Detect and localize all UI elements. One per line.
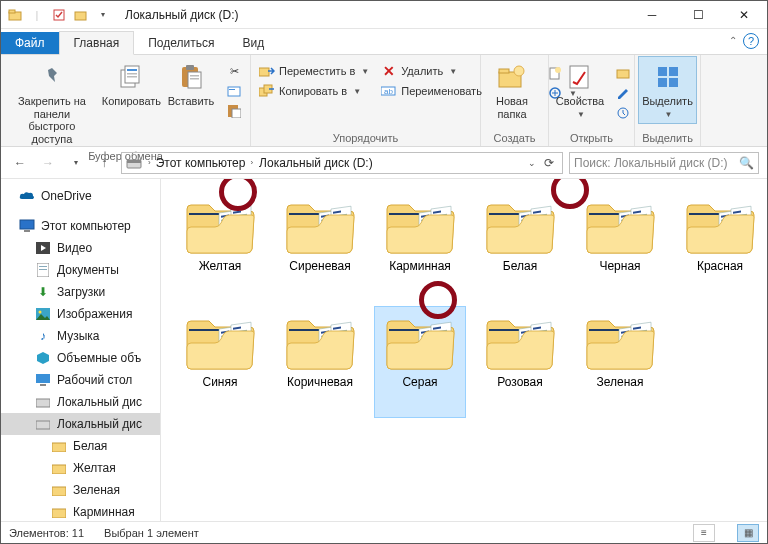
ribbon-tabs: Файл Главная Поделиться Вид ⌃ ? [1, 29, 767, 55]
address-box[interactable]: ›Этот компьютер› Локальный диск (D:) ⌄ ⟳ [121, 152, 563, 174]
folder-item[interactable]: Синяя [175, 307, 265, 417]
folder-label: Белая [503, 259, 537, 273]
folder-item[interactable]: Серая [375, 307, 465, 417]
nav-f4[interactable]: Карминная [1, 501, 160, 521]
crumb-thispc[interactable]: Этот компьютер [156, 156, 246, 170]
folder-item[interactable]: Белая [475, 191, 565, 301]
nav-f3[interactable]: Зеленая [1, 479, 160, 501]
folder-label: Сиреневая [289, 259, 350, 273]
edit-icon [615, 85, 631, 101]
tab-share[interactable]: Поделиться [134, 32, 228, 54]
copyto-button[interactable]: Копировать в▼ [255, 81, 373, 101]
svg-rect-40 [570, 66, 588, 88]
qat-dropdown-icon[interactable]: ▾ [95, 7, 111, 23]
select-button[interactable]: Выделить▼ [639, 57, 696, 123]
status-selection: Выбран 1 элемент [104, 527, 199, 539]
nav-desktop[interactable]: Рабочий стол [1, 369, 160, 391]
folder-label: Серая [402, 375, 437, 389]
nav-videos[interactable]: Видео [1, 237, 160, 259]
desktop-icon [35, 372, 51, 388]
nav-pictures[interactable]: Изображения [1, 303, 160, 325]
pin-button[interactable]: Закрепить на панели быстрого доступа [5, 57, 99, 150]
folder-item[interactable]: Желтая [175, 191, 265, 301]
svg-rect-25 [228, 87, 240, 96]
search-box[interactable]: Поиск: Локальный диск (D:) 🔍 [569, 152, 759, 174]
nav-ddrive[interactable]: Локальный дис [1, 413, 160, 435]
file-list[interactable]: ЖелтаяСиреневаяКарминнаяБелаяЧернаяКрасн… [161, 179, 767, 521]
collapse-ribbon-icon[interactable]: ⌃ [729, 35, 737, 46]
nav-f1[interactable]: Белая [1, 435, 160, 457]
open-icon [615, 65, 631, 81]
folder-icon [285, 195, 355, 255]
nav-thispc[interactable]: Этот компьютер [1, 215, 160, 237]
back-button[interactable]: ← [9, 152, 31, 174]
properties-button[interactable]: Свойства▼ [553, 57, 607, 123]
folder-item[interactable]: Сиреневая [275, 191, 365, 301]
view-details-button[interactable]: ≡ [693, 524, 715, 542]
folder-label: Розовая [497, 375, 542, 389]
qat-sep: | [29, 7, 45, 23]
refresh-icon[interactable]: ⟳ [540, 156, 558, 170]
address-bar: ← → ▾ ↑ ›Этот компьютер› Локальный диск … [1, 147, 767, 179]
svg-point-36 [514, 66, 524, 76]
svg-rect-14 [75, 12, 86, 20]
search-placeholder: Поиск: Локальный диск (D:) [574, 156, 727, 170]
nav-objects[interactable]: Объемные объ [1, 347, 160, 369]
cut-icon: ✂ [226, 63, 242, 79]
moveto-button[interactable]: Переместить в▼ [255, 61, 373, 81]
paste-button[interactable]: Вставить [164, 57, 218, 112]
copy-icon [115, 61, 147, 93]
delete-button[interactable]: ✕Удалить▼ [377, 61, 486, 81]
nav-documents[interactable]: Документы [1, 259, 160, 281]
folder-item[interactable]: Зеленая [575, 307, 665, 417]
recent-button[interactable]: ▾ [65, 152, 87, 174]
tab-home[interactable]: Главная [59, 31, 135, 55]
copy-button[interactable]: Копировать [103, 57, 160, 112]
tab-file[interactable]: Файл [1, 32, 59, 54]
svg-point-57 [39, 311, 42, 314]
nav-music[interactable]: ♪Музыка [1, 325, 160, 347]
folder-label: Желтая [199, 259, 242, 273]
newfolder-button[interactable]: Новая папка [485, 57, 539, 124]
folder-item[interactable]: Карминная [375, 191, 465, 301]
folder-item[interactable]: Коричневая [275, 307, 365, 417]
up-button[interactable]: ↑ [93, 152, 115, 174]
svg-rect-28 [232, 109, 241, 118]
cut-button[interactable]: ✂ [222, 61, 246, 81]
nav-onedrive[interactable]: OneDrive [1, 185, 160, 207]
svg-rect-46 [669, 78, 678, 87]
svg-rect-65 [52, 509, 66, 518]
maximize-button[interactable]: ☐ [675, 1, 721, 29]
addr-dropdown-icon[interactable]: ⌄ [528, 158, 536, 168]
nav-f2[interactable]: Желтая [1, 457, 160, 479]
svg-rect-49 [20, 220, 34, 229]
folder-icon [385, 311, 455, 371]
folder-label: Синяя [203, 375, 238, 389]
folder-item[interactable]: Черная [575, 191, 665, 301]
svg-rect-19 [127, 76, 137, 78]
pasteshortcut-button[interactable] [222, 101, 246, 121]
forward-button[interactable]: → [37, 152, 59, 174]
minimize-button[interactable]: ─ [629, 1, 675, 29]
qat-properties-icon[interactable] [51, 7, 67, 23]
crumb-drive[interactable]: Локальный диск (D:) [259, 156, 373, 170]
copypath-button[interactable] [222, 81, 246, 101]
folder-icon [285, 311, 355, 371]
close-button[interactable]: ✕ [721, 1, 767, 29]
paste-icon [175, 61, 207, 93]
nav-downloads[interactable]: ⬇Загрузки [1, 281, 160, 303]
help-icon[interactable]: ? [743, 33, 759, 49]
properties-icon [564, 61, 596, 93]
tab-view[interactable]: Вид [228, 32, 278, 54]
folder-label: Черная [599, 259, 640, 273]
qat-newfolder-icon[interactable] [73, 7, 89, 23]
folder-item[interactable]: Красная [675, 191, 765, 301]
nav-cdrive[interactable]: Локальный дис [1, 391, 160, 413]
svg-rect-62 [52, 443, 66, 452]
folder-item[interactable]: Розовая [475, 307, 565, 417]
thispc-icon [19, 218, 35, 234]
folder-icon [485, 195, 555, 255]
view-icons-button[interactable]: ▦ [737, 524, 759, 542]
rename-button[interactable]: abПереименовать [377, 81, 486, 101]
svg-rect-59 [40, 384, 46, 386]
